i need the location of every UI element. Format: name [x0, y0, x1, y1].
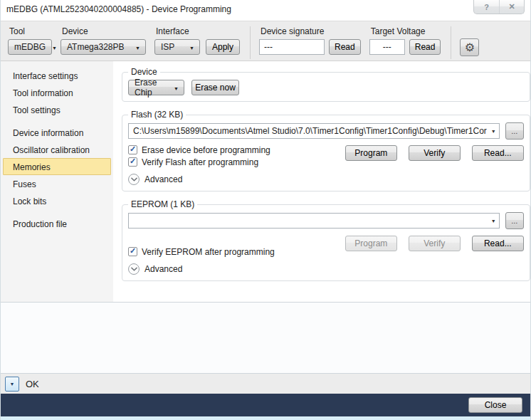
- footer-bar: Close: [1, 394, 530, 416]
- read-signature-button[interactable]: Read: [329, 39, 361, 55]
- erase-mode-value: Erase Chip: [135, 78, 167, 98]
- flash-file-path: C:\Users\m15899\Documents\Atmel Studio\7…: [133, 126, 487, 136]
- settings-button[interactable]: ⚙: [460, 38, 479, 56]
- chevron-down-icon: ▼: [189, 46, 194, 51]
- toolbar: Tool mEDBG ▼ Device ATmega328PB ▼ Interf…: [1, 21, 530, 61]
- chevron-down-circle-icon: [128, 263, 140, 275]
- close-button[interactable]: Close: [468, 397, 522, 413]
- flash-verify-button[interactable]: Verify: [409, 145, 461, 161]
- eeprom-browse-button[interactable]: ...: [505, 212, 524, 229]
- chevron-down-icon: ▼: [135, 46, 140, 51]
- interface-select[interactable]: ISP ▼: [154, 39, 200, 55]
- verify-flash-checkbox[interactable]: ✓ Verify Flash after programming: [128, 156, 270, 168]
- title-bar-buttons: ? ✕: [473, 0, 525, 14]
- verify-eeprom-checkbox[interactable]: ✓ Verify EEPROM after programming: [128, 246, 275, 258]
- sidebar-item-production-file[interactable]: Production file: [3, 215, 111, 232]
- flash-groupbox-title: Flash (32 KB): [128, 110, 186, 120]
- flash-program-button[interactable]: Program: [345, 145, 397, 161]
- chevron-down-icon: ▼: [10, 382, 15, 387]
- sidebar-item-device-information[interactable]: Device information: [3, 124, 111, 141]
- target-voltage-group: Target Voltage Read: [369, 25, 441, 55]
- checkbox-checked-icon: ✓: [128, 157, 137, 167]
- eeprom-groupbox: EEPROM (1 KB) ▼ ... ✓ Verify EEPROM afte: [122, 199, 530, 281]
- output-log-panel: [1, 302, 530, 374]
- device-group: Device ATmega328PB ▼: [61, 25, 146, 55]
- chevron-down-icon: ▼: [491, 219, 496, 224]
- verify-flash-label: Verify Flash after programming: [142, 157, 258, 167]
- flash-file-combobox[interactable]: C:\Users\m15899\Documents\Atmel Studio\7…: [128, 123, 500, 139]
- sidebar-item-interface-settings[interactable]: Interface settings: [3, 67, 111, 84]
- eeprom-advanced-label: Advanced: [144, 264, 182, 274]
- target-voltage-field[interactable]: [369, 39, 405, 55]
- checkbox-checked-icon: ✓: [128, 145, 137, 154]
- status-bar: ▼ OK: [1, 374, 530, 394]
- erase-before-programming-label: Erase device before programming: [142, 145, 270, 155]
- device-signature-group: Device signature Read: [259, 25, 361, 55]
- chevron-down-circle-icon: [128, 174, 140, 185]
- apply-button[interactable]: Apply: [206, 39, 240, 55]
- flash-advanced-expander[interactable]: Advanced: [128, 174, 524, 185]
- target-voltage-label: Target Voltage: [371, 26, 441, 36]
- title-bar: mEDBG (ATML2523040200004885) - Device Pr…: [1, 0, 530, 21]
- chevron-down-icon: ▼: [491, 129, 496, 134]
- sidebar-item-memories[interactable]: Memories: [3, 158, 111, 175]
- verify-eeprom-label: Verify EEPROM after programming: [142, 247, 275, 257]
- status-message: OK: [26, 379, 39, 389]
- tool-value: mEDBG: [14, 42, 46, 52]
- interface-group: Interface ISP ▼ Apply: [154, 25, 240, 55]
- device-value: ATmega328PB: [67, 42, 125, 52]
- interface-value: ISP: [161, 42, 174, 52]
- close-icon: ✕: [508, 2, 515, 11]
- sidebar-item-oscillator-calibration[interactable]: Oscillator calibration: [3, 141, 111, 158]
- device-label: Device: [62, 26, 146, 36]
- window-title: mEDBG (ATML2523040200004885) - Device Pr…: [6, 4, 231, 14]
- flash-advanced-label: Advanced: [144, 174, 182, 184]
- close-window-button[interactable]: ✕: [499, 0, 524, 14]
- tool-group: Tool mEDBG ▼: [8, 25, 52, 55]
- sidebar-item-tool-settings[interactable]: Tool settings: [3, 101, 111, 118]
- interface-label: Interface: [156, 26, 240, 36]
- eeprom-advanced-expander[interactable]: Advanced: [128, 263, 524, 275]
- device-signature-label: Device signature: [261, 26, 361, 36]
- checkbox-checked-icon: ✓: [128, 247, 137, 256]
- help-button[interactable]: ?: [474, 0, 499, 14]
- flash-groupbox: Flash (32 KB) C:\Users\m15899\Documents\…: [122, 110, 530, 191]
- eeprom-verify-button[interactable]: Verify: [409, 236, 461, 251]
- erase-now-button[interactable]: Erase now: [191, 80, 239, 95]
- device-programming-dialog: mEDBG (ATML2523040200004885) - Device Pr…: [0, 0, 531, 420]
- flash-read-button[interactable]: Read...: [472, 145, 524, 161]
- device-groupbox-title: Device: [128, 67, 160, 77]
- gear-icon: ⚙: [465, 42, 475, 53]
- eeprom-read-button[interactable]: Read...: [472, 236, 524, 251]
- read-voltage-button[interactable]: Read: [409, 39, 441, 55]
- tool-select[interactable]: mEDBG ▼: [8, 39, 52, 55]
- ellipsis-icon: ...: [511, 127, 517, 135]
- sidebar-item-lock-bits[interactable]: Lock bits: [3, 192, 111, 209]
- device-select[interactable]: ATmega328PB ▼: [61, 39, 146, 55]
- status-dropdown-button[interactable]: ▼: [5, 377, 19, 392]
- chevron-down-icon: ▼: [52, 46, 57, 51]
- device-erase-groupbox: Device Erase Chip ▼ Erase now: [122, 67, 530, 102]
- erase-mode-select[interactable]: Erase Chip ▼: [128, 80, 184, 95]
- erase-before-programming-checkbox[interactable]: ✓ Erase device before programming: [128, 144, 270, 156]
- sidebar-item-fuses[interactable]: Fuses: [3, 175, 111, 192]
- chevron-down-icon: ▼: [174, 86, 179, 91]
- sidebar-item-tool-information[interactable]: Tool information: [3, 84, 111, 101]
- tool-label: Tool: [9, 26, 52, 36]
- main-panel: Device Erase Chip ▼ Erase now Flash (32 …: [113, 61, 531, 302]
- eeprom-groupbox-title: EEPROM (1 KB): [128, 199, 197, 209]
- ellipsis-icon: ...: [511, 216, 517, 225]
- content-area: Interface settingsTool informationTool s…: [1, 61, 530, 302]
- sidebar: Interface settingsTool informationTool s…: [1, 61, 113, 302]
- help-icon: ?: [484, 3, 489, 11]
- toolbar-separator: [451, 26, 451, 59]
- window-bottom-edge: [1, 416, 530, 420]
- toolbar-separator: [250, 26, 251, 59]
- flash-browse-button[interactable]: ...: [505, 122, 524, 140]
- eeprom-file-combobox[interactable]: ▼: [128, 213, 500, 229]
- device-signature-field[interactable]: [259, 39, 325, 55]
- eeprom-program-button[interactable]: Program: [345, 236, 397, 251]
